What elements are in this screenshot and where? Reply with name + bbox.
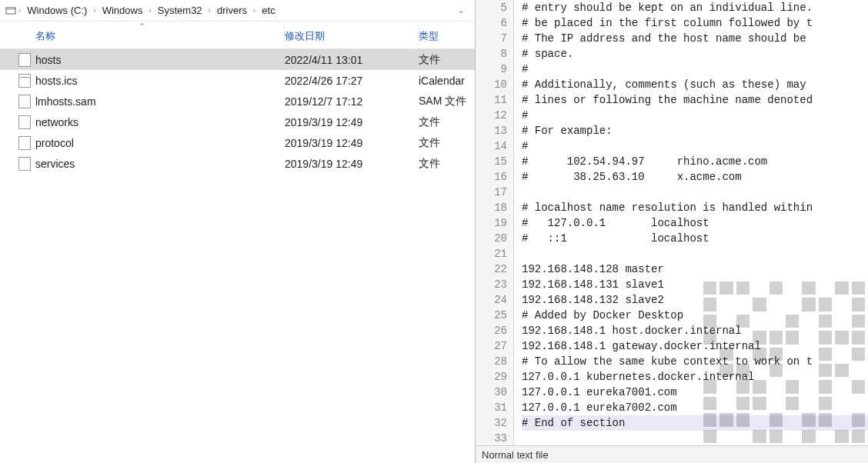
code-line: # For example:: [522, 123, 868, 138]
code-line: # To allow the same kube context to work…: [522, 354, 868, 369]
line-number: 29: [476, 369, 507, 385]
breadcrumb-item[interactable]: etc: [257, 3, 279, 18]
column-header-label: 修改日期: [285, 30, 325, 42]
column-header-name[interactable]: ⌃ 名称: [0, 22, 285, 48]
file-name: hosts.ics: [35, 75, 285, 87]
code-line: #: [522, 62, 868, 77]
line-number: 20: [476, 231, 507, 246]
code-line: # be placed in the first column followed…: [522, 15, 868, 31]
breadcrumb-item[interactable]: drivers: [212, 3, 252, 18]
line-number: 30: [476, 385, 507, 400]
line-number: 7: [476, 31, 507, 46]
status-bar: Normal text file: [476, 445, 868, 463]
column-header-type[interactable]: 类型: [419, 22, 475, 48]
file-row[interactable]: hosts.ics2022/4/26 17:27iCalendar: [0, 70, 475, 91]
file-row[interactable]: hosts2022/4/11 13:01文件: [0, 49, 475, 70]
line-number: 31: [476, 400, 507, 415]
breadcrumb-item[interactable]: Windows: [98, 3, 148, 18]
file-explorer-pane: › Windows (C:) › Windows › System32 › dr…: [0, 0, 476, 463]
line-number: 6: [476, 15, 507, 31]
file-row[interactable]: services2019/3/19 12:49文件: [0, 153, 475, 174]
line-number: 25: [476, 308, 507, 323]
breadcrumb-item[interactable]: Windows (C:): [22, 3, 92, 18]
file-date: 2019/3/19 12:49: [285, 158, 419, 170]
file-row[interactable]: networks2019/3/19 12:49文件: [0, 112, 475, 132]
line-number: 21: [476, 246, 507, 261]
line-number: 13: [476, 123, 507, 138]
code-area[interactable]: # entry should be kept on an individual …: [514, 0, 868, 445]
file-date: 2022/4/11 13:01: [285, 54, 419, 66]
file-type: SAM 文件: [419, 95, 475, 108]
chevron-right-icon: ›: [92, 6, 97, 15]
code-line: [522, 185, 868, 200]
file-name: hosts: [35, 54, 285, 66]
line-number: 32: [476, 415, 507, 431]
code-line: # Added by Docker Desktop: [522, 308, 868, 323]
file-type: iCalendar: [419, 75, 475, 87]
chevron-right-icon: ›: [17, 6, 22, 15]
code-line: # 102.54.94.97 rhino.acme.com: [522, 154, 868, 169]
line-number: 19: [476, 215, 507, 231]
code-line: # space.: [522, 46, 868, 62]
file-type: 文件: [419, 157, 475, 171]
file-icon: [0, 74, 35, 88]
file-date: 2019/12/7 17:12: [285, 95, 419, 108]
code-line: 192.168.148.128 master: [522, 261, 868, 277]
svg-rect-1: [6, 8, 15, 10]
code-line: # End of section: [522, 415, 868, 431]
editor[interactable]: 5678910111213141516171819202122232425262…: [476, 0, 868, 445]
column-header-label: 名称: [35, 30, 55, 42]
column-headers: ⌃ 名称 修改日期 类型: [0, 22, 475, 49]
file-icon: [0, 136, 35, 150]
code-line: #: [522, 108, 868, 123]
chevron-right-icon: ›: [252, 6, 257, 15]
file-type: 文件: [419, 136, 475, 150]
file-icon: [0, 115, 35, 129]
code-line: #: [522, 138, 868, 154]
code-line: # 38.25.63.10 x.acme.com: [522, 169, 868, 185]
code-line: 127.0.0.1 eureka7001.com: [522, 385, 868, 400]
sort-indicator-icon: ⌃: [139, 22, 145, 30]
code-line: # entry should be kept on an individual …: [522, 0, 868, 15]
line-number: 15: [476, 154, 507, 169]
line-number: 5: [476, 0, 507, 15]
file-icon: [0, 157, 35, 171]
line-number: 33: [476, 431, 507, 445]
disk-icon: [5, 5, 17, 17]
code-line: # localhost name resolution is handled w…: [522, 200, 868, 215]
file-icon: [0, 95, 35, 108]
file-row[interactable]: lmhosts.sam2019/12/7 17:12SAM 文件: [0, 91, 475, 112]
line-number: 28: [476, 354, 507, 369]
chevron-right-icon: ›: [147, 6, 152, 15]
line-number: 14: [476, 138, 507, 154]
breadcrumb[interactable]: › Windows (C:) › Windows › System32 › dr…: [0, 0, 475, 22]
line-number: 26: [476, 323, 507, 338]
file-list: hosts2022/4/11 13:01文件hosts.ics2022/4/26…: [0, 49, 475, 463]
column-header-modified[interactable]: 修改日期: [285, 22, 419, 48]
line-number: 17: [476, 185, 507, 200]
file-date: 2022/4/26 17:27: [285, 75, 419, 87]
chevron-down-icon[interactable]: ⌄: [452, 6, 470, 15]
column-header-label: 类型: [419, 30, 439, 42]
line-number: 9: [476, 62, 507, 77]
line-number: 18: [476, 200, 507, 215]
file-type: 文件: [419, 115, 475, 129]
line-number-gutter: 5678910111213141516171819202122232425262…: [476, 0, 514, 445]
line-number: 8: [476, 46, 507, 62]
code-line: 192.168.148.1 host.docker.internal: [522, 323, 868, 338]
code-line: # 127.0.0.1 localhost: [522, 215, 868, 231]
breadcrumb-item[interactable]: System32: [153, 3, 207, 18]
line-number: 16: [476, 169, 507, 185]
file-name: services: [35, 158, 285, 170]
code-line: 192.168.148.1 gateway.docker.internal: [522, 338, 868, 354]
line-number: 24: [476, 292, 507, 308]
line-number: 11: [476, 92, 507, 108]
file-name: networks: [35, 116, 285, 128]
code-line: 127.0.0.1 eureka7002.com: [522, 400, 868, 415]
code-line: # The IP address and the host name shoul…: [522, 31, 868, 46]
file-name: lmhosts.sam: [35, 95, 285, 108]
line-number: 10: [476, 77, 507, 92]
file-row[interactable]: protocol2019/3/19 12:49文件: [0, 132, 475, 153]
file-name: protocol: [35, 137, 285, 149]
file-icon: [0, 53, 35, 67]
